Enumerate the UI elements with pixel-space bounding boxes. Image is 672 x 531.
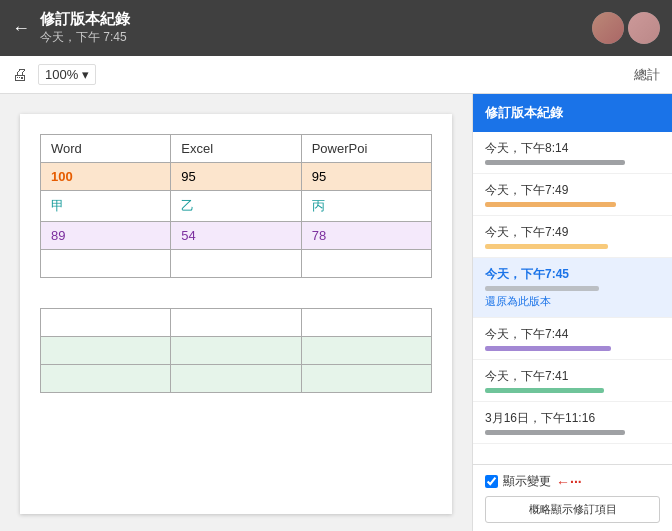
cell-100: 100: [41, 163, 171, 191]
revision-item-5[interactable]: 今天，下午7:41: [473, 360, 672, 402]
table-row: 100 95 95: [41, 163, 432, 191]
green-cell-3: [301, 337, 431, 365]
green2-cell-2: [171, 365, 301, 393]
revision-time-0: 今天，下午8:14: [485, 140, 660, 157]
revision-time-6: 3月16日，下午11:16: [485, 410, 660, 427]
cell-95a: 95: [171, 163, 301, 191]
revision-item-4[interactable]: 今天，下午7:44: [473, 318, 672, 360]
document-area: Word Excel PowerPoi 100 95 95 甲 乙 丙: [0, 94, 472, 531]
revision-sidebar: 修訂版本紀錄 今天，下午8:14 今天，下午7:49 今天，下午7:49 今天，…: [472, 94, 672, 531]
revision-time-4: 今天，下午7:44: [485, 326, 660, 343]
table-row-green: [41, 337, 432, 365]
revision-bar-3: [485, 286, 599, 291]
revision-bar-4: [485, 346, 611, 351]
revision-bar-1: [485, 202, 616, 207]
revision-item-1[interactable]: 今天，下午7:49: [473, 174, 672, 216]
col-word: Word: [41, 135, 171, 163]
table-row-green2: [41, 365, 432, 393]
revision-bar-2: [485, 244, 608, 249]
cell-95b: 95: [301, 163, 431, 191]
revision-item-0[interactable]: 今天，下午8:14: [473, 132, 672, 174]
sidebar-title: 修訂版本紀錄: [473, 94, 672, 132]
print-icon[interactable]: 🖨: [12, 66, 28, 84]
revision-bar-0: [485, 160, 625, 165]
cell-bing: 丙: [301, 191, 431, 222]
show-changes-checkbox[interactable]: [485, 475, 498, 488]
empty2-cell-3: [301, 309, 431, 337]
table-row-empty: [41, 250, 432, 278]
app-header: ← 修訂版本紀錄 今天，下午 7:45: [0, 0, 672, 56]
header-info: 修訂版本紀錄 今天，下午 7:45: [40, 10, 582, 46]
toolbar: 🖨 100% ▾ 總計: [0, 56, 672, 94]
revision-list: 今天，下午8:14 今天，下午7:49 今天，下午7:49 今天，下午7:45 …: [473, 132, 672, 464]
green-cell-2: [171, 337, 301, 365]
revision-time-3: 今天，下午7:45: [485, 266, 660, 283]
zoom-control[interactable]: 100% ▾: [38, 64, 96, 85]
summary-button[interactable]: 概略顯示修訂項目: [485, 496, 660, 523]
green2-cell-3: [301, 365, 431, 393]
revision-bar-5: [485, 388, 604, 393]
show-changes-row: 顯示變更 ←···: [485, 473, 660, 490]
zoom-dropdown-icon: ▾: [82, 67, 89, 82]
cell-yi: 乙: [171, 191, 301, 222]
table-row: 89 54 78: [41, 222, 432, 250]
revision-item-2[interactable]: 今天，下午7:49: [473, 216, 672, 258]
empty-cell-3: [301, 250, 431, 278]
data-table: Word Excel PowerPoi 100 95 95 甲 乙 丙: [40, 134, 432, 278]
empty-cell-2: [171, 250, 301, 278]
col-powerpoint: PowerPoi: [301, 135, 431, 163]
table-row: 甲 乙 丙: [41, 191, 432, 222]
avatar-image-2: [628, 12, 660, 44]
document-page: Word Excel PowerPoi 100 95 95 甲 乙 丙: [20, 114, 452, 514]
table-header-row: Word Excel PowerPoi: [41, 135, 432, 163]
empty2-cell-2: [171, 309, 301, 337]
header-title: 修訂版本紀錄: [40, 10, 582, 29]
arrow-icon: ←···: [556, 474, 582, 490]
empty-cell-1: [41, 250, 171, 278]
back-button[interactable]: ←: [12, 18, 30, 39]
green-cell-1: [41, 337, 171, 365]
revision-item-6[interactable]: 3月16日，下午11:16: [473, 402, 672, 444]
revision-time-1: 今天，下午7:49: [485, 182, 660, 199]
cell-jia: 甲: [41, 191, 171, 222]
avatar-1[interactable]: [592, 12, 624, 44]
cell-78: 78: [301, 222, 431, 250]
show-changes-label: 顯示變更: [503, 473, 551, 490]
header-subtitle: 今天，下午 7:45: [40, 29, 582, 46]
main-layout: Word Excel PowerPoi 100 95 95 甲 乙 丙: [0, 94, 672, 531]
revision-item-3[interactable]: 今天，下午7:45 還原為此版本: [473, 258, 672, 318]
cell-89: 89: [41, 222, 171, 250]
toolbar-right-label: 總計: [634, 66, 660, 84]
sidebar-footer: 顯示變更 ←··· 概略顯示修訂項目: [473, 464, 672, 531]
table-row-empty2: [41, 309, 432, 337]
avatar-group: [592, 12, 660, 44]
revision-bar-6: [485, 430, 625, 435]
avatar-2[interactable]: [628, 12, 660, 44]
avatar-image-1: [592, 12, 624, 44]
zoom-value: 100%: [45, 67, 78, 82]
empty2-cell-1: [41, 309, 171, 337]
revision-time-2: 今天，下午7:49: [485, 224, 660, 241]
col-excel: Excel: [171, 135, 301, 163]
restore-button[interactable]: 還原為此版本: [485, 294, 660, 309]
green2-cell-1: [41, 365, 171, 393]
cell-54: 54: [171, 222, 301, 250]
second-table: [40, 308, 432, 393]
revision-time-5: 今天，下午7:41: [485, 368, 660, 385]
